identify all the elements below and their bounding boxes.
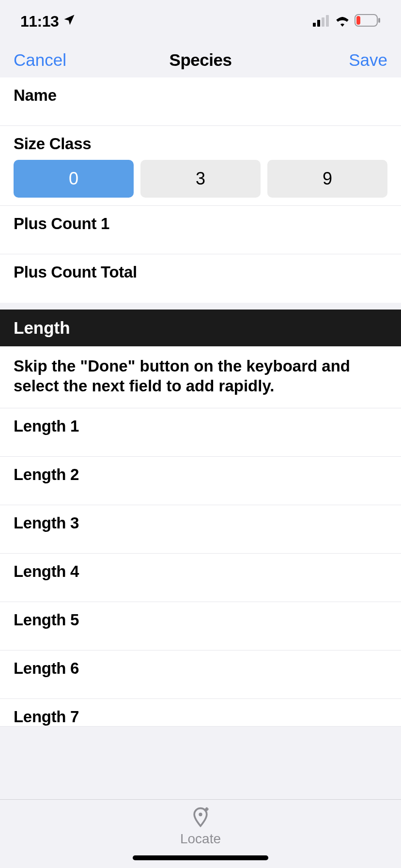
length-5-field[interactable]: Length 5 xyxy=(0,602,401,651)
status-bar: 11:13 xyxy=(0,0,401,43)
length-3-input[interactable] xyxy=(14,536,387,553)
length-4-label: Length 4 xyxy=(14,562,387,581)
name-input[interactable] xyxy=(14,108,387,125)
svg-rect-6 xyxy=(378,18,380,23)
save-button[interactable]: Save xyxy=(329,50,387,70)
svg-point-7 xyxy=(199,813,202,816)
size-class-label: Size Class xyxy=(14,135,387,153)
plus-count-1-field[interactable]: Plus Count 1 xyxy=(0,206,401,254)
length-6-field[interactable]: Length 6 xyxy=(0,651,401,699)
location-arrow-icon xyxy=(62,13,76,31)
length-6-label: Length 6 xyxy=(14,659,387,678)
length-5-label: Length 5 xyxy=(14,611,387,629)
size-class-option-9[interactable]: 9 xyxy=(267,160,387,198)
status-time-cluster: 11:13 xyxy=(20,13,76,31)
length-7-field[interactable]: Length 7 xyxy=(0,699,401,727)
size-class-option-3[interactable]: 3 xyxy=(140,160,261,198)
size-class-segmented: 0 3 9 xyxy=(14,160,387,198)
length-1-label: Length 1 xyxy=(14,417,387,435)
svg-rect-0 xyxy=(313,23,316,27)
svg-rect-1 xyxy=(317,20,320,27)
length-1-input[interactable] xyxy=(14,439,387,456)
length-6-input[interactable] xyxy=(14,682,387,698)
battery-low-icon xyxy=(355,13,381,31)
locate-tab[interactable]: Locate xyxy=(180,806,221,847)
svg-rect-2 xyxy=(322,17,324,27)
content-scroll[interactable]: Name Size Class 0 3 9 Plus Count 1 Plus … xyxy=(0,78,401,799)
plus-count-1-label: Plus Count 1 xyxy=(14,215,387,233)
length-3-label: Length 3 xyxy=(14,514,387,532)
page-title: Species xyxy=(170,50,232,70)
svg-rect-3 xyxy=(326,15,329,27)
size-class-field: Size Class 0 3 9 xyxy=(0,126,401,206)
length-2-label: Length 2 xyxy=(14,465,387,484)
length-section-header: Length xyxy=(0,310,401,346)
plus-count-total-input[interactable] xyxy=(14,285,387,302)
size-class-option-0[interactable]: 0 xyxy=(14,160,134,198)
status-indicators xyxy=(313,13,381,31)
length-3-field[interactable]: Length 3 xyxy=(0,505,401,554)
plus-count-total-field[interactable]: Plus Count Total xyxy=(0,254,401,303)
length-4-field[interactable]: Length 4 xyxy=(0,554,401,602)
length-4-input[interactable] xyxy=(14,585,387,601)
cancel-button[interactable]: Cancel xyxy=(14,50,72,70)
length-5-input[interactable] xyxy=(14,633,387,650)
wifi-icon xyxy=(334,13,351,31)
svg-rect-5 xyxy=(356,16,360,25)
locate-label: Locate xyxy=(180,831,221,847)
locate-pin-icon xyxy=(190,806,211,831)
plus-count-1-input[interactable] xyxy=(14,237,387,253)
length-hint: Skip the "Done" button on the keyboard a… xyxy=(0,346,401,408)
name-label: Name xyxy=(14,86,387,105)
section-gap xyxy=(0,303,401,310)
bottom-tab-bar: Locate xyxy=(0,799,401,868)
home-indicator[interactable] xyxy=(133,855,268,860)
length-1-field[interactable]: Length 1 xyxy=(0,408,401,457)
length-7-label: Length 7 xyxy=(14,708,387,726)
cellular-signal-icon xyxy=(313,13,330,31)
plus-count-total-label: Plus Count Total xyxy=(14,263,387,281)
nav-bar: Cancel Species Save xyxy=(0,43,401,78)
status-time: 11:13 xyxy=(20,13,59,31)
name-field[interactable]: Name xyxy=(0,78,401,126)
length-2-input[interactable] xyxy=(14,488,387,504)
length-2-field[interactable]: Length 2 xyxy=(0,457,401,505)
